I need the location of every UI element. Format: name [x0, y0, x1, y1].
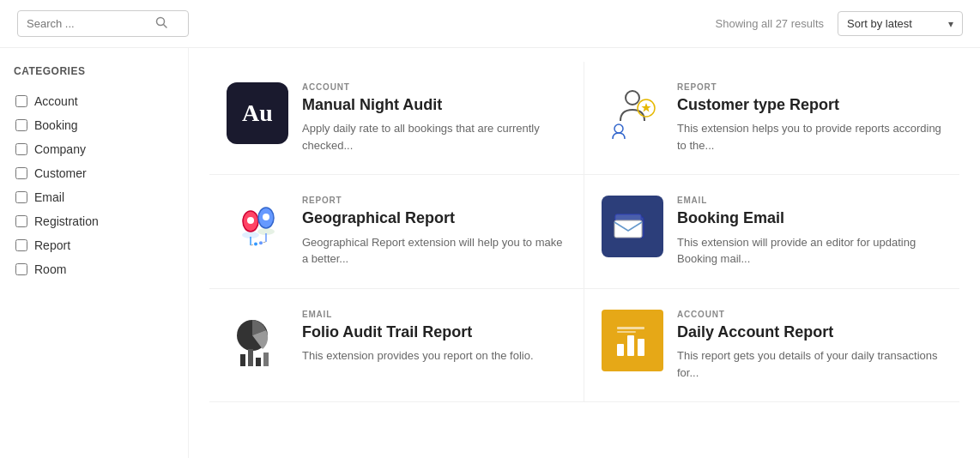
svg-line-1	[164, 25, 167, 28]
header-bar: Showing all 27 results Sort by latest So…	[0, 0, 980, 48]
sidebar-label-customer: Customer	[34, 166, 87, 180]
chevron-down-icon: ▾	[948, 18, 953, 30]
product-card-booking-email[interactable]: EMAIL Booking Email This extension will …	[584, 175, 959, 288]
product-name-5: Daily Account Report	[677, 322, 942, 342]
sidebar-item-account[interactable]: Account	[14, 89, 174, 113]
svg-rect-20	[256, 358, 261, 366]
product-card-customer-type-report[interactable]: REPORT Customer type Report This extensi…	[584, 62, 959, 175]
sidebar-item-company[interactable]: Company	[14, 137, 174, 161]
product-desc-2: Geographical Report extension will help …	[302, 234, 566, 268]
svg-rect-23	[627, 335, 634, 356]
search-input[interactable]	[27, 17, 155, 30]
product-icon-email	[602, 196, 663, 257]
page-wrapper: Showing all 27 results Sort by latest So…	[0, 0, 980, 458]
sidebar-label-report: Report	[34, 238, 70, 252]
sidebar-item-report[interactable]: Report	[14, 233, 174, 257]
product-desc-3: This extension will provide an editor fo…	[677, 234, 942, 268]
svg-point-12	[254, 243, 257, 246]
svg-line-11	[251, 242, 266, 245]
product-info-geographical-report: REPORT Geographical Report Geographical …	[302, 196, 566, 267]
product-name-1: Customer type Report	[677, 95, 942, 115]
checkbox-report[interactable]	[15, 239, 27, 251]
sidebar-item-email[interactable]: Email	[14, 185, 174, 209]
product-name-0: Manual Night Audit	[302, 95, 566, 115]
main-content: CATEGORIES Account Booking Company Custo…	[0, 48, 980, 458]
product-name-3: Booking Email	[677, 208, 942, 228]
svg-point-7	[247, 217, 254, 224]
product-category-4: EMAIL	[302, 310, 566, 319]
product-category-2: REPORT	[302, 196, 566, 205]
sidebar-label-account: Account	[34, 94, 78, 108]
checkbox-booking[interactable]	[15, 119, 27, 131]
sidebar-label-booking: Booking	[34, 118, 78, 132]
sidebar-label-company: Company	[34, 142, 86, 156]
product-desc-1: This extension helps you to provide repo…	[677, 120, 942, 154]
svg-rect-16	[614, 220, 642, 238]
product-desc-5: This report gets you details of your dai…	[677, 347, 942, 381]
categories-title: CATEGORIES	[14, 65, 174, 77]
product-icon-au: Au	[227, 82, 288, 144]
checkbox-registration[interactable]	[15, 215, 27, 227]
product-desc-4: This extension provides you report on th…	[302, 347, 566, 365]
sort-select-input[interactable]: Sort by latest Sort by oldest Sort by na…	[847, 17, 941, 30]
products-area: Au ACCOUNT Manual Night Audit Apply dail…	[189, 48, 980, 458]
search-icon	[155, 16, 167, 28]
search-box[interactable]	[17, 10, 189, 37]
sidebar-label-email: Email	[34, 190, 64, 204]
sidebar-label-registration: Registration	[34, 214, 99, 228]
product-info-folio-audit-trail: EMAIL Folio Audit Trail Report This exte…	[302, 310, 566, 365]
product-category-3: EMAIL	[677, 196, 942, 205]
product-icon-report-people	[602, 82, 663, 144]
svg-rect-19	[248, 349, 253, 366]
product-desc-0: Apply daily rate to all bookings that ar…	[302, 120, 566, 154]
checkbox-room[interactable]	[15, 263, 27, 275]
checkbox-email[interactable]	[15, 191, 27, 203]
sidebar: CATEGORIES Account Booking Company Custo…	[0, 48, 189, 458]
products-grid: Au ACCOUNT Manual Night Audit Apply dail…	[209, 62, 959, 402]
product-info-booking-email: EMAIL Booking Email This extension will …	[677, 196, 942, 267]
product-category-0: ACCOUNT	[302, 82, 566, 92]
svg-point-13	[259, 242, 263, 245]
product-category-5: ACCOUNT	[677, 310, 942, 319]
checkbox-customer[interactable]	[15, 167, 27, 179]
product-category-1: REPORT	[677, 82, 942, 92]
svg-rect-21	[263, 353, 269, 366]
sidebar-item-booking[interactable]: Booking	[14, 113, 174, 137]
product-info-manual-night-audit: ACCOUNT Manual Night Audit Apply daily r…	[302, 82, 566, 154]
checkbox-account[interactable]	[15, 95, 27, 107]
product-name-4: Folio Audit Trail Report	[302, 322, 566, 342]
sidebar-label-room: Room	[34, 262, 66, 276]
svg-rect-25	[617, 327, 644, 329]
checkbox-company[interactable]	[15, 143, 27, 155]
product-info-daily-account-report: ACCOUNT Daily Account Report This report…	[677, 310, 942, 381]
svg-rect-26	[617, 331, 636, 333]
product-icon-geo	[227, 196, 288, 257]
product-info-customer-type-report: REPORT Customer type Report This extensi…	[677, 82, 942, 154]
sidebar-item-room[interactable]: Room	[14, 257, 174, 281]
sort-dropdown[interactable]: Sort by latest Sort by oldest Sort by na…	[838, 11, 963, 36]
svg-rect-22	[617, 344, 624, 356]
svg-point-2	[626, 91, 639, 105]
svg-rect-24	[638, 339, 644, 356]
svg-point-4	[614, 124, 623, 133]
product-icon-daily	[602, 310, 663, 371]
sidebar-item-registration[interactable]: Registration	[14, 209, 174, 233]
svg-point-10	[263, 214, 269, 220]
results-count: Showing all 27 results	[716, 17, 824, 30]
product-icon-folio	[227, 310, 288, 371]
product-card-manual-night-audit[interactable]: Au ACCOUNT Manual Night Audit Apply dail…	[209, 62, 584, 175]
header-right: Showing all 27 results Sort by latest So…	[716, 11, 963, 36]
product-card-geographical-report[interactable]: REPORT Geographical Report Geographical …	[209, 175, 584, 288]
sidebar-item-customer[interactable]: Customer	[14, 161, 174, 185]
product-card-folio-audit-trail[interactable]: EMAIL Folio Audit Trail Report This exte…	[209, 289, 584, 402]
product-card-daily-account-report[interactable]: ACCOUNT Daily Account Report This report…	[584, 289, 959, 402]
svg-rect-18	[240, 354, 245, 366]
search-button[interactable]	[155, 16, 167, 31]
product-name-2: Geographical Report	[302, 208, 566, 228]
